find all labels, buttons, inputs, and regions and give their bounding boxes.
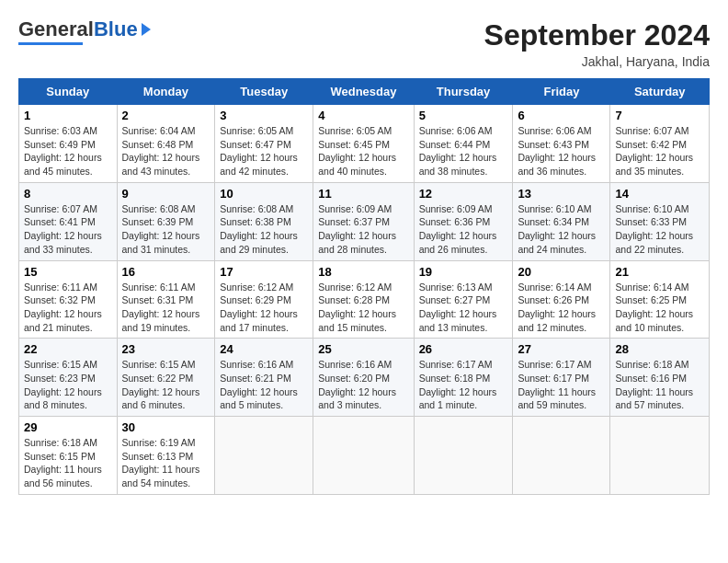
cell-info: Sunrise: 6:18 AM Sunset: 6:16 PM Dayligh… <box>615 359 693 410</box>
cell-info: Sunrise: 6:15 AM Sunset: 6:22 PM Dayligh… <box>122 359 200 410</box>
calendar-cell: 27Sunrise: 6:17 AM Sunset: 6:17 PM Dayli… <box>513 339 610 417</box>
calendar-cell: 19Sunrise: 6:13 AM Sunset: 6:27 PM Dayli… <box>414 260 513 339</box>
day-number: 25 <box>318 342 408 356</box>
cell-info: Sunrise: 6:15 AM Sunset: 6:23 PM Dayligh… <box>24 359 102 410</box>
cell-info: Sunrise: 6:11 AM Sunset: 6:31 PM Dayligh… <box>122 282 200 333</box>
cell-info: Sunrise: 6:17 AM Sunset: 6:17 PM Dayligh… <box>518 359 596 410</box>
day-number: 2 <box>122 109 210 122</box>
day-number: 24 <box>220 342 308 356</box>
cell-info: Sunrise: 6:14 AM Sunset: 6:26 PM Dayligh… <box>518 282 596 333</box>
cell-info: Sunrise: 6:06 AM Sunset: 6:44 PM Dayligh… <box>419 125 497 177</box>
calendar-cell: 13Sunrise: 6:10 AM Sunset: 6:34 PM Dayli… <box>513 182 610 260</box>
calendar-cell: 8Sunrise: 6:07 AM Sunset: 6:41 PM Daylig… <box>19 182 118 260</box>
week-row-4: 22Sunrise: 6:15 AM Sunset: 6:23 PM Dayli… <box>19 339 710 417</box>
calendar-cell: 1Sunrise: 6:03 AM Sunset: 6:49 PM Daylig… <box>19 105 118 183</box>
calendar-cell: 9Sunrise: 6:08 AM Sunset: 6:39 PM Daylig… <box>117 182 215 260</box>
day-number: 18 <box>318 265 408 279</box>
col-header-thursday: Thursday <box>414 79 513 105</box>
logo-text: GeneralBlue <box>18 18 138 40</box>
week-row-1: 1Sunrise: 6:03 AM Sunset: 6:49 PM Daylig… <box>19 105 710 183</box>
calendar-cell: 3Sunrise: 6:05 AM Sunset: 6:47 PM Daylig… <box>215 105 313 183</box>
week-row-3: 15Sunrise: 6:11 AM Sunset: 6:32 PM Dayli… <box>19 260 710 339</box>
calendar-cell: 26Sunrise: 6:17 AM Sunset: 6:18 PM Dayli… <box>414 339 513 417</box>
calendar-cell <box>313 417 414 495</box>
day-number: 1 <box>24 109 112 122</box>
calendar-cell <box>513 417 610 495</box>
cell-info: Sunrise: 6:11 AM Sunset: 6:32 PM Dayligh… <box>24 282 102 333</box>
calendar-cell: 15Sunrise: 6:11 AM Sunset: 6:32 PM Dayli… <box>19 260 118 339</box>
day-number: 21 <box>615 265 704 279</box>
calendar-cell: 20Sunrise: 6:14 AM Sunset: 6:26 PM Dayli… <box>513 260 610 339</box>
day-number: 20 <box>518 265 605 279</box>
day-number: 22 <box>24 342 112 356</box>
day-number: 5 <box>419 109 508 122</box>
cell-info: Sunrise: 6:14 AM Sunset: 6:25 PM Dayligh… <box>615 282 693 333</box>
cell-info: Sunrise: 6:05 AM Sunset: 6:47 PM Dayligh… <box>220 125 298 177</box>
cell-info: Sunrise: 6:13 AM Sunset: 6:27 PM Dayligh… <box>419 282 497 333</box>
title-block: September 2024 Jakhal, Haryana, India <box>484 18 710 69</box>
col-header-sunday: Sunday <box>19 79 118 105</box>
calendar-cell: 14Sunrise: 6:10 AM Sunset: 6:33 PM Dayli… <box>610 182 710 260</box>
calendar-cell: 7Sunrise: 6:07 AM Sunset: 6:42 PM Daylig… <box>610 105 710 183</box>
month-title: September 2024 <box>484 18 710 52</box>
calendar-table: SundayMondayTuesdayWednesdayThursdayFrid… <box>18 78 710 495</box>
logo-arrow-icon <box>142 23 151 36</box>
col-header-monday: Monday <box>117 79 215 105</box>
location-text: Jakhal, Haryana, India <box>484 54 710 69</box>
day-number: 19 <box>419 265 508 279</box>
cell-info: Sunrise: 6:07 AM Sunset: 6:42 PM Dayligh… <box>615 125 693 177</box>
day-number: 11 <box>318 187 408 201</box>
calendar-cell: 28Sunrise: 6:18 AM Sunset: 6:16 PM Dayli… <box>610 339 710 417</box>
cell-info: Sunrise: 6:10 AM Sunset: 6:34 PM Dayligh… <box>518 203 596 255</box>
cell-info: Sunrise: 6:18 AM Sunset: 6:15 PM Dayligh… <box>24 437 102 488</box>
day-number: 16 <box>122 265 210 279</box>
calendar-cell: 23Sunrise: 6:15 AM Sunset: 6:22 PM Dayli… <box>117 339 215 417</box>
col-header-saturday: Saturday <box>610 79 710 105</box>
col-header-wednesday: Wednesday <box>313 79 414 105</box>
cell-info: Sunrise: 6:17 AM Sunset: 6:18 PM Dayligh… <box>419 359 497 410</box>
day-number: 7 <box>615 109 704 122</box>
day-number: 10 <box>220 187 308 201</box>
cell-info: Sunrise: 6:05 AM Sunset: 6:45 PM Dayligh… <box>318 125 396 177</box>
cell-info: Sunrise: 6:06 AM Sunset: 6:43 PM Dayligh… <box>518 125 596 177</box>
day-number: 8 <box>24 187 112 201</box>
cell-info: Sunrise: 6:19 AM Sunset: 6:13 PM Dayligh… <box>122 437 200 488</box>
day-number: 29 <box>24 420 112 434</box>
cell-info: Sunrise: 6:12 AM Sunset: 6:29 PM Dayligh… <box>220 282 298 333</box>
calendar-cell: 29Sunrise: 6:18 AM Sunset: 6:15 PM Dayli… <box>19 417 118 495</box>
calendar-cell: 22Sunrise: 6:15 AM Sunset: 6:23 PM Dayli… <box>19 339 118 417</box>
cell-info: Sunrise: 6:10 AM Sunset: 6:33 PM Dayligh… <box>615 203 693 255</box>
day-number: 17 <box>220 265 308 279</box>
col-header-tuesday: Tuesday <box>215 79 313 105</box>
day-number: 15 <box>24 265 112 279</box>
cell-info: Sunrise: 6:16 AM Sunset: 6:21 PM Dayligh… <box>220 359 298 410</box>
col-header-friday: Friday <box>513 79 610 105</box>
cell-info: Sunrise: 6:03 AM Sunset: 6:49 PM Dayligh… <box>24 125 102 177</box>
calendar-cell: 6Sunrise: 6:06 AM Sunset: 6:43 PM Daylig… <box>513 105 610 183</box>
calendar-cell: 17Sunrise: 6:12 AM Sunset: 6:29 PM Dayli… <box>215 260 313 339</box>
day-number: 9 <box>122 187 210 201</box>
day-number: 13 <box>518 187 605 201</box>
day-number: 30 <box>122 420 210 434</box>
week-row-5: 29Sunrise: 6:18 AM Sunset: 6:15 PM Dayli… <box>19 417 710 495</box>
calendar-cell: 30Sunrise: 6:19 AM Sunset: 6:13 PM Dayli… <box>117 417 215 495</box>
page-header: GeneralBlue September 2024 Jakhal, Harya… <box>18 18 710 69</box>
cell-info: Sunrise: 6:08 AM Sunset: 6:38 PM Dayligh… <box>220 203 298 255</box>
calendar-header-row: SundayMondayTuesdayWednesdayThursdayFrid… <box>19 79 710 105</box>
day-number: 14 <box>615 187 704 201</box>
day-number: 26 <box>419 342 508 356</box>
calendar-cell: 24Sunrise: 6:16 AM Sunset: 6:21 PM Dayli… <box>215 339 313 417</box>
day-number: 28 <box>615 342 704 356</box>
logo: GeneralBlue <box>18 18 151 45</box>
logo-underline <box>18 42 83 45</box>
cell-info: Sunrise: 6:04 AM Sunset: 6:48 PM Dayligh… <box>122 125 200 177</box>
calendar-cell: 18Sunrise: 6:12 AM Sunset: 6:28 PM Dayli… <box>313 260 414 339</box>
day-number: 27 <box>518 342 605 356</box>
day-number: 3 <box>220 109 308 122</box>
day-number: 6 <box>518 109 605 122</box>
calendar-cell: 10Sunrise: 6:08 AM Sunset: 6:38 PM Dayli… <box>215 182 313 260</box>
cell-info: Sunrise: 6:09 AM Sunset: 6:36 PM Dayligh… <box>419 203 497 255</box>
calendar-cell <box>610 417 710 495</box>
day-number: 12 <box>419 187 508 201</box>
calendar-cell: 2Sunrise: 6:04 AM Sunset: 6:48 PM Daylig… <box>117 105 215 183</box>
